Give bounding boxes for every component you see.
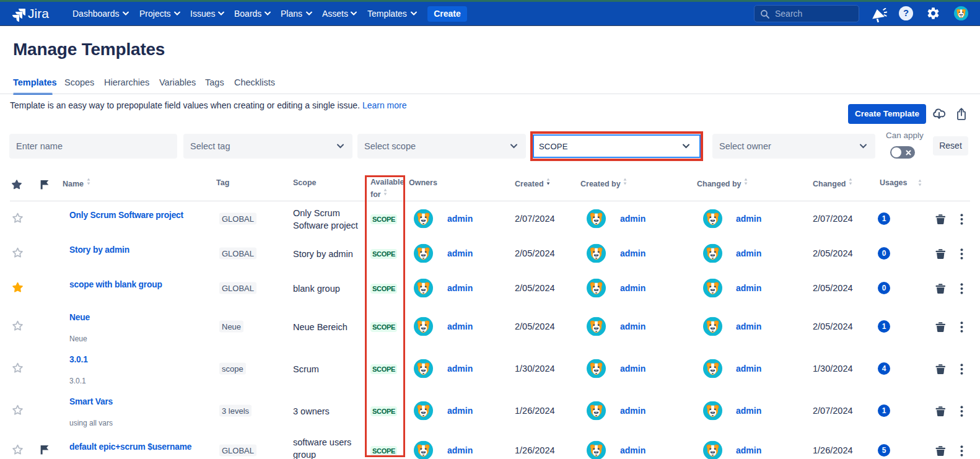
svg-text:?: ? xyxy=(903,8,909,18)
